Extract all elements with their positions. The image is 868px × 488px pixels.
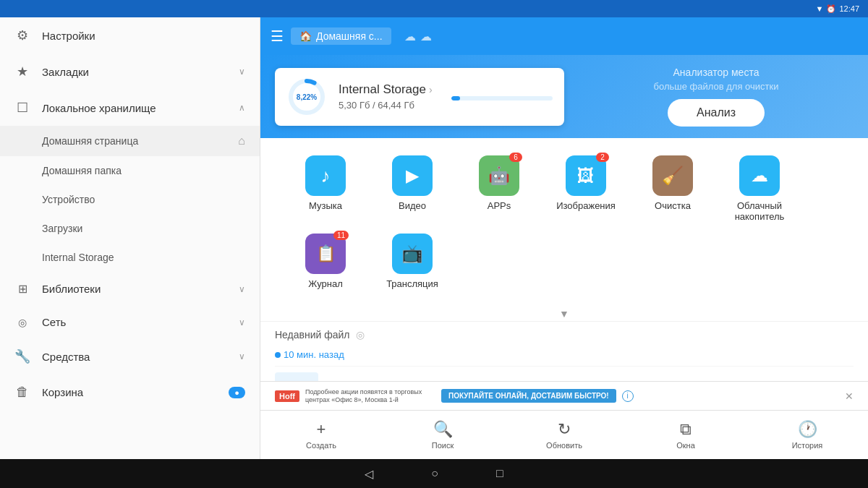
app-item-video[interactable]: ▶ Видео xyxy=(369,150,456,228)
video-icon: ▶ xyxy=(392,155,433,196)
breadcrumb-text: Домашняя с... xyxy=(316,30,383,42)
images-label: Изображения xyxy=(556,200,616,211)
nav-item-windows[interactable]: ⧉ Окна xyxy=(625,414,746,455)
recent-section: Недавний файл ◎ 10 мин. назад 1 изобр. о… xyxy=(260,321,868,381)
recent-item[interactable]: 1 изобр. от Скриншоты ↗ › xyxy=(275,366,854,381)
ad-banner: Hoff Подробнее акции появятся в торговых… xyxy=(260,381,868,410)
ad-text-right: ПОКУПАЙТЕ ОНЛАЙН, ДОСТАВИМ БЫСТРО! xyxy=(441,389,616,403)
ad-text-left: Подробнее акции появятся в торговых цент… xyxy=(305,388,435,404)
app-item-apps[interactable]: 🤖 6 APPs xyxy=(456,150,542,228)
nav-item-search[interactable]: 🔍 Поиск xyxy=(382,414,503,455)
chevron-down-icon: ∨ xyxy=(239,67,245,77)
app-item-broadcast[interactable]: 📺 Трансляция xyxy=(369,228,456,295)
sidebar-sub-internal-storage[interactable]: Internal Storage xyxy=(0,243,260,272)
home-icon2: 🏠 xyxy=(299,30,312,42)
images-icon: 🖼 2 xyxy=(566,155,606,196)
nav-item-refresh[interactable]: ↻ Обновить xyxy=(503,414,625,455)
clean-label: Очистка xyxy=(655,200,691,211)
eye-icon: ◎ xyxy=(356,329,365,341)
clean-icon: 🧹 xyxy=(652,155,693,196)
sidebar-sub-device[interactable]: Устройство xyxy=(0,185,260,214)
settings-label: Настройки xyxy=(42,30,95,42)
network-label: Сеть xyxy=(42,316,66,328)
chevron-down-icon2: ∨ xyxy=(239,284,245,294)
android-nav: ◁ ○ □ xyxy=(0,459,868,488)
home-icon: ⌂ xyxy=(238,134,245,147)
back-button[interactable]: ◁ xyxy=(365,467,373,481)
sidebar-sub-downloads[interactable]: Загрузки xyxy=(0,214,260,243)
tools-icon: 🔧 xyxy=(14,348,30,364)
wifi-icon: ▼ xyxy=(816,4,824,13)
create-icon: + xyxy=(317,420,326,439)
apps-icon: 🤖 6 xyxy=(479,155,519,196)
app-item-images[interactable]: 🖼 2 Изображения xyxy=(542,150,629,228)
nav-item-history[interactable]: 🕐 История xyxy=(746,414,868,455)
sidebar-item-libraries[interactable]: ⊞ Библиотеки ∨ xyxy=(0,272,260,306)
recents-button[interactable]: □ xyxy=(496,467,503,480)
nav-item-create[interactable]: + Создать xyxy=(260,414,382,455)
search-icon: 🔍 xyxy=(433,420,453,439)
app-item-journal[interactable]: 📋 11 Журнал xyxy=(282,228,369,295)
sidebar-sub-home-page[interactable]: Домашняя страница ⌂ xyxy=(0,126,260,156)
sidebar-item-tools[interactable]: 🔧 Средства ∨ xyxy=(0,338,260,374)
sidebar-item-settings[interactable]: ⚙ Настройки xyxy=(0,17,260,53)
windows-icon: ⧉ xyxy=(680,420,692,439)
search-label: Поиск xyxy=(432,441,454,450)
storage-progress-area xyxy=(451,96,553,100)
app-item-music[interactable]: ♪ Музыка xyxy=(282,150,369,228)
local-storage-label: Локальное хранилище xyxy=(42,102,156,114)
internal-storage-label: Internal Storage xyxy=(42,252,114,263)
timestamp-dot xyxy=(275,352,281,358)
top-bar: ☰ 🏠 Домашняя с... ☁ ☁ xyxy=(260,17,868,55)
local-storage-icon: ☐ xyxy=(14,100,30,116)
journal-icon: 📋 11 xyxy=(305,234,346,274)
analyzer-subtitle: больше файлов для очистки xyxy=(579,81,854,92)
storage-title: Internal Storage › xyxy=(339,82,440,97)
storage-name: Internal Storage xyxy=(339,82,426,97)
sidebar: ⚙ Настройки ★ Закладки ∨ ☐ Локальное хра… xyxy=(0,17,260,459)
toggle-icon[interactable]: ● xyxy=(229,387,245,398)
music-label: Музыка xyxy=(309,200,342,211)
storage-card[interactable]: 8,22% Internal Storage › 5,30 Гб / 64,44… xyxy=(275,68,564,126)
chevron-up-icon: ∧ xyxy=(239,103,245,113)
chevron-down-icon4: ∨ xyxy=(239,351,245,361)
cloud-icons: ☁ ☁ xyxy=(404,30,432,43)
tools-label: Средства xyxy=(42,351,90,363)
storage-arrow-icon: › xyxy=(429,84,433,95)
cloud-icon2: ☁ xyxy=(420,30,432,43)
clock: 12:47 xyxy=(839,4,859,13)
history-icon: 🕐 xyxy=(798,420,817,439)
broadcast-icon: 📺 xyxy=(392,234,433,274)
cloud-label: Облачный накопитель xyxy=(723,200,796,222)
menu-button[interactable]: ☰ xyxy=(271,27,284,45)
scroll-indicator: ▼ xyxy=(260,307,868,321)
app-item-clean[interactable]: 🧹 Очистка xyxy=(629,150,716,228)
sidebar-sub-home-folder[interactable]: Домашняя папка xyxy=(0,156,260,185)
device-label: Устройство xyxy=(42,194,95,205)
video-label: Видео xyxy=(399,200,426,211)
analyzer-section: Анализатор места больше файлов для очист… xyxy=(579,67,854,127)
alarm-icon: ⏰ xyxy=(826,4,836,14)
ad-close-button[interactable]: ✕ xyxy=(845,390,854,402)
bookmarks-icon: ★ xyxy=(14,64,30,80)
trash-icon: 🗑 xyxy=(14,385,30,400)
content-area: ☰ 🏠 Домашняя с... ☁ ☁ 8,22% xyxy=(260,17,868,459)
recent-header: Недавний файл ◎ xyxy=(275,329,854,346)
app-item-cloud[interactable]: ☁ Облачный накопитель xyxy=(716,150,803,228)
sidebar-item-trash[interactable]: 🗑 Корзина ● xyxy=(0,374,260,410)
network-icon: ◎ xyxy=(14,317,30,328)
bottom-nav: + Создать 🔍 Поиск ↻ Обновить ⧉ Окна 🕐 Ис… xyxy=(260,410,868,459)
recent-thumbnail xyxy=(275,372,318,381)
music-icon: ♪ xyxy=(305,155,346,196)
history-label: История xyxy=(792,441,823,450)
home-page-label: Домашняя страница xyxy=(42,135,138,147)
analyze-button[interactable]: Анализ xyxy=(668,99,765,127)
sidebar-item-network[interactable]: ◎ Сеть ∨ xyxy=(0,306,260,338)
sidebar-item-local-storage[interactable]: ☐ Локальное хранилище ∧ xyxy=(0,90,260,126)
settings-icon: ⚙ xyxy=(14,27,30,43)
breadcrumb[interactable]: 🏠 Домашняя с... xyxy=(291,27,391,45)
home-folder-label: Домашняя папка xyxy=(42,165,122,176)
trash-label: Корзина xyxy=(42,386,83,398)
sidebar-item-bookmarks[interactable]: ★ Закладки ∨ xyxy=(0,53,260,90)
home-button[interactable]: ○ xyxy=(431,467,438,480)
